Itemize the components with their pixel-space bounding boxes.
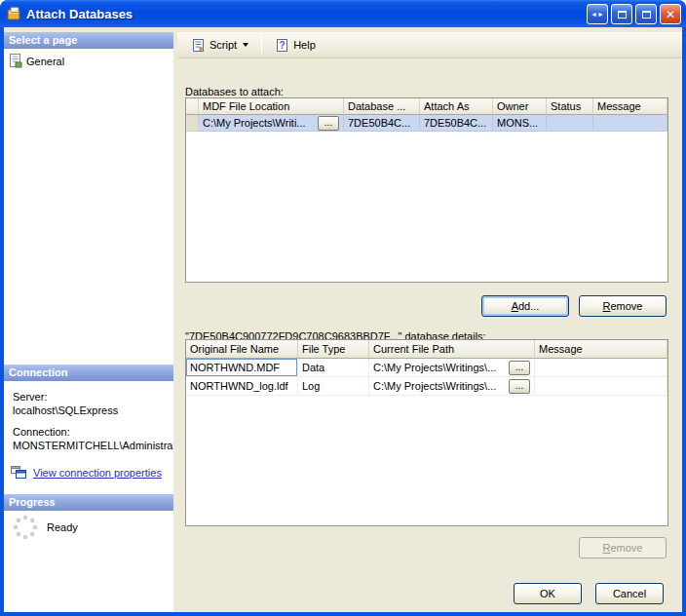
original-file-name-cell[interactable]: NORTHWND.MDF	[186, 359, 298, 377]
databases-grid: MDF File Location Database ... Attach As…	[185, 97, 668, 283]
minimize-button[interactable]	[611, 4, 632, 24]
progress-header: Progress	[4, 494, 173, 511]
page-list-panel: General	[4, 49, 173, 365]
dock-arrows-icon: ◄►	[591, 11, 604, 18]
general-page-icon	[9, 54, 22, 68]
column-header-message: Message	[535, 340, 667, 359]
file-type-cell[interactable]: Log	[298, 377, 369, 396]
current-file-path-cell[interactable]: C:\My Projects\Writings\... ...	[369, 359, 535, 377]
help-button[interactable]: ? Help	[269, 35, 322, 56]
databases-to-attach-label: Databases to attach:	[185, 86, 284, 97]
add-button[interactable]: Add...	[481, 295, 569, 317]
column-header-file-type: File Type	[298, 340, 369, 359]
current-file-path-value: C:\My Projects\Writings\...	[373, 380, 509, 392]
details-remove-button[interactable]: Remove	[579, 537, 667, 558]
current-file-path-value: C:\My Projects\Writings\...	[373, 362, 509, 373]
mdf-file-location-value: C:\My Projects\Writi...	[203, 117, 318, 129]
row-selector-header	[186, 98, 199, 115]
connection-value: MONSTERMITCHELL\Administra	[13, 439, 170, 452]
column-header-original-file-name: Original File Name	[186, 340, 298, 359]
connection-properties-icon	[10, 465, 27, 480]
attach-as-cell[interactable]: 7DE50B4C...	[420, 115, 493, 132]
window-box-icon	[618, 11, 627, 19]
original-file-name-cell[interactable]: NORTHWND_log.ldf	[186, 377, 298, 396]
database-cell[interactable]: 7DE50B4C...	[344, 115, 420, 132]
attach-databases-icon	[6, 6, 21, 21]
close-icon: ✕	[666, 8, 675, 21]
column-header-message: Message	[593, 98, 667, 115]
attach-databases-dialog: Attach Databases ◄► ✕ Select a page	[0, 0, 686, 616]
file-type-cell[interactable]: Data	[298, 359, 369, 377]
connection-header: Connection	[4, 365, 173, 381]
progress-status: Ready	[47, 521, 78, 533]
browse-mdf-button[interactable]: ...	[318, 116, 339, 131]
column-header-database: Database ...	[344, 98, 420, 115]
mdf-file-location-cell[interactable]: C:\My Projects\Writi... ...	[199, 115, 344, 132]
message-cell[interactable]	[535, 359, 667, 377]
sidebar-item-label: General	[26, 56, 64, 67]
column-header-current-file-path: Current File Path	[369, 340, 535, 359]
toolbar-separator	[261, 36, 262, 54]
owner-cell[interactable]: MONS...	[493, 115, 547, 132]
chevron-down-icon	[243, 43, 248, 47]
script-icon	[191, 38, 206, 53]
dialog-content: Select a page General Connection Serve	[4, 27, 682, 612]
main-panel: Script ? Help Databases to attach: MD	[177, 27, 682, 612]
table-row[interactable]: NORTHWND_log.ldf Log C:\My Projects\Writ…	[186, 377, 667, 396]
browse-path-button[interactable]: ...	[509, 379, 530, 394]
toolbar: Script ? Help	[177, 32, 682, 58]
database-details-grid: Original File Name File Type Current Fil…	[185, 339, 668, 526]
select-a-page-header: Select a page	[4, 32, 173, 49]
column-header-mdf-file-location: MDF File Location	[199, 98, 344, 115]
view-connection-properties-link[interactable]: View connection properties	[33, 466, 162, 480]
help-icon: ?	[275, 38, 289, 53]
help-button-label: Help	[293, 39, 316, 51]
column-header-status: Status	[547, 98, 593, 115]
remove-button[interactable]: Remove	[579, 295, 667, 317]
column-header-owner: Owner	[493, 98, 547, 115]
sidebar: Select a page General Connection Serve	[4, 32, 173, 612]
sidebar-item-general[interactable]: General	[4, 49, 173, 68]
window-title: Attach Databases	[26, 7, 133, 21]
progress-spinner-icon	[12, 514, 39, 541]
svg-text:?: ?	[280, 40, 286, 51]
dock-arrows-button[interactable]: ◄►	[587, 4, 608, 24]
table-row[interactable]: C:\My Projects\Writi... ... 7DE50B4C... …	[186, 115, 667, 132]
server-label: Server:	[13, 390, 170, 404]
details-grid-header: Original File Name File Type Current Fil…	[186, 340, 667, 359]
status-cell[interactable]	[547, 115, 593, 132]
row-selector-cell[interactable]	[186, 115, 199, 132]
column-header-attach-as: Attach As	[420, 98, 493, 115]
progress-panel: Ready	[4, 511, 173, 612]
connection-label: Connection:	[13, 425, 170, 439]
connection-panel: Server: localhost\SQLExpress Connection:…	[4, 381, 173, 494]
current-file-path-cell[interactable]: C:\My Projects\Writings\... ...	[369, 377, 535, 396]
ok-button[interactable]: OK	[514, 583, 582, 604]
table-row[interactable]: NORTHWND.MDF Data C:\My Projects\Writing…	[186, 359, 667, 377]
server-value: localhost\SQLExpress	[13, 404, 170, 417]
script-button-label: Script	[210, 39, 237, 51]
maximize-button[interactable]	[635, 4, 657, 24]
message-cell[interactable]	[535, 377, 667, 396]
databases-grid-header: MDF File Location Database ... Attach As…	[186, 98, 667, 115]
close-button[interactable]: ✕	[660, 4, 681, 24]
message-cell[interactable]	[593, 115, 667, 132]
title-bar[interactable]: Attach Databases ◄► ✕	[0, 0, 686, 27]
browse-path-button[interactable]: ...	[509, 361, 530, 375]
script-button[interactable]: Script	[185, 35, 254, 56]
cancel-button[interactable]: Cancel	[595, 583, 664, 604]
window-box-icon	[642, 11, 651, 19]
